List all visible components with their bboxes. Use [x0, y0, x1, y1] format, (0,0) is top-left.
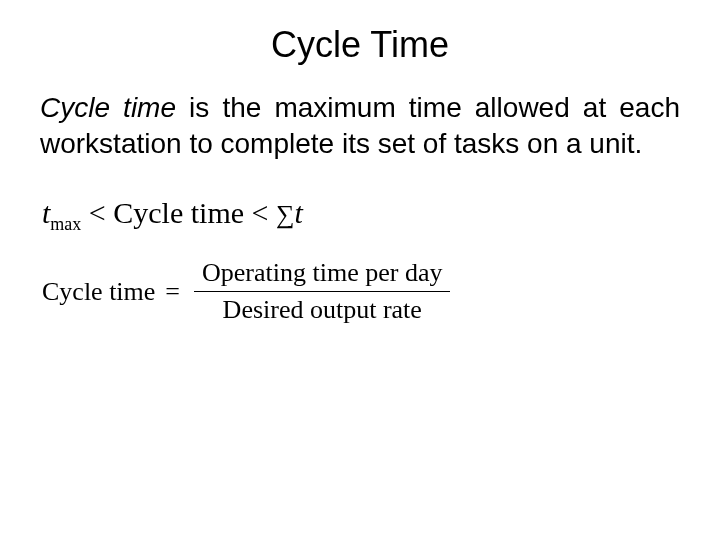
var-t-subscript: max	[50, 214, 81, 234]
sum-symbol: ∑	[276, 200, 295, 229]
definition-term: Cycle time	[40, 92, 176, 123]
inequality-line: tmax < Cycle time < ∑t	[42, 196, 680, 235]
cycle-time-formula: Cycle time = Operating time per day Desi…	[42, 257, 450, 327]
less-than-2: <	[244, 196, 276, 229]
slide-title: Cycle Time	[40, 24, 680, 66]
fraction-denominator: Desired output rate	[215, 292, 430, 327]
var-t2: t	[295, 196, 303, 229]
equals-sign: =	[165, 277, 180, 307]
fraction: Operating time per day Desired output ra…	[194, 257, 450, 327]
formula-lhs: Cycle time	[42, 277, 155, 307]
cycle-time-text: Cycle time	[113, 196, 244, 229]
definition-paragraph: Cycle time is the maximum time allowed a…	[40, 90, 680, 162]
slide: Cycle Time Cycle time is the maximum tim…	[0, 0, 720, 540]
formula-block: Cycle time = Operating time per day Desi…	[42, 257, 680, 327]
fraction-numerator: Operating time per day	[194, 257, 450, 292]
less-than-1: <	[81, 196, 113, 229]
